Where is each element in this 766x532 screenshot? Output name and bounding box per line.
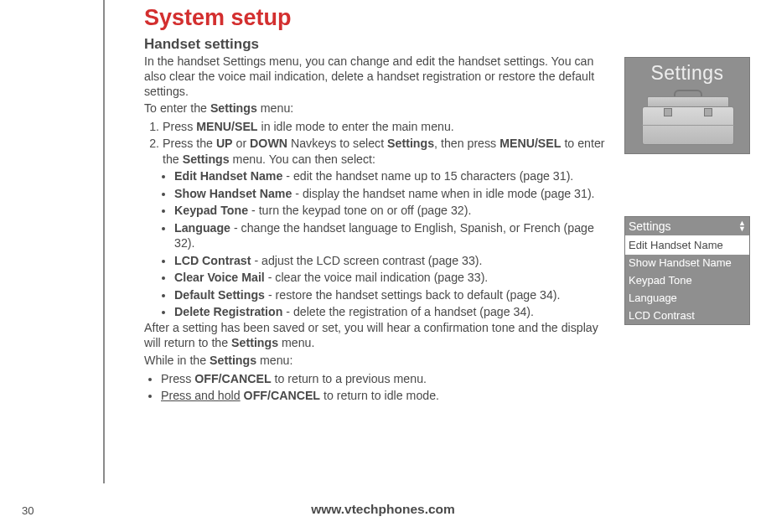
option-default-settings: Default Settings - restore the handset s…: [174, 287, 615, 302]
screen-row-selected: Edit Handset Name: [625, 237, 749, 255]
screen-row: Show Handset Name: [625, 255, 749, 272]
main-content: System setup Handset settings In the han…: [144, 5, 615, 405]
while-line: While in the Settings menu:: [144, 354, 615, 369]
hero-title: Settings: [625, 62, 749, 85]
nav-back: Press OFF/CANCEL to return to a previous…: [161, 371, 615, 386]
option-keypad-tone: Keypad Tone - turn the keypad tone on or…: [174, 203, 615, 218]
section-heading: Handset settings: [144, 36, 615, 53]
nav-idle: Press and hold OFF/CANCEL to return to i…: [161, 388, 615, 403]
screen-row: LCD Contrast: [625, 307, 749, 325]
screen-header-label: Settings: [629, 219, 671, 234]
hero-illustration: Settings: [624, 57, 750, 154]
options-list: Edit Handset Name - edit the handset nam…: [144, 168, 615, 319]
steps-list: Press MENU/SEL in idle mode to enter the…: [144, 119, 615, 167]
updown-arrows-icon: ▲▼: [738, 220, 746, 232]
option-lcd-contrast: LCD Contrast - adjust the LCD screen con…: [174, 253, 615, 268]
option-edit-handset-name: Edit Handset Name - edit the handset nam…: [174, 168, 615, 183]
step-2: Press the UP or DOWN Navkeys to select S…: [163, 136, 615, 167]
option-language: Language - change the handset language t…: [174, 220, 615, 251]
toolbox-icon: [642, 91, 734, 145]
nav-list: Press OFF/CANCEL to return to a previous…: [144, 371, 615, 404]
option-clear-voice-mail: Clear Voice Mail - clear the voice mail …: [174, 270, 615, 285]
option-show-handset-name: Show Handset Name - display the handset …: [174, 186, 615, 201]
step-1: Press MENU/SEL in idle mode to enter the…: [163, 119, 615, 134]
footer-url: www.vtechphones.com: [0, 502, 766, 517]
screen-row: Keypad Tone: [625, 272, 749, 290]
enter-line: To enter the Settings menu:: [144, 101, 615, 116]
after-paragraph: After a setting has been saved or set, y…: [144, 321, 615, 351]
option-delete-registration: Delete Registration - delete the registr…: [174, 304, 615, 319]
screen-header: Settings ▲▼: [625, 217, 749, 237]
lcd-screen-mock: Settings ▲▼ Edit Handset Name Show Hands…: [624, 216, 750, 325]
screen-row: Language: [625, 290, 749, 307]
vertical-divider: [103, 0, 105, 483]
page-title: System setup: [144, 5, 615, 31]
intro-paragraph: In the handset Settings menu, you can ch…: [144, 54, 615, 99]
